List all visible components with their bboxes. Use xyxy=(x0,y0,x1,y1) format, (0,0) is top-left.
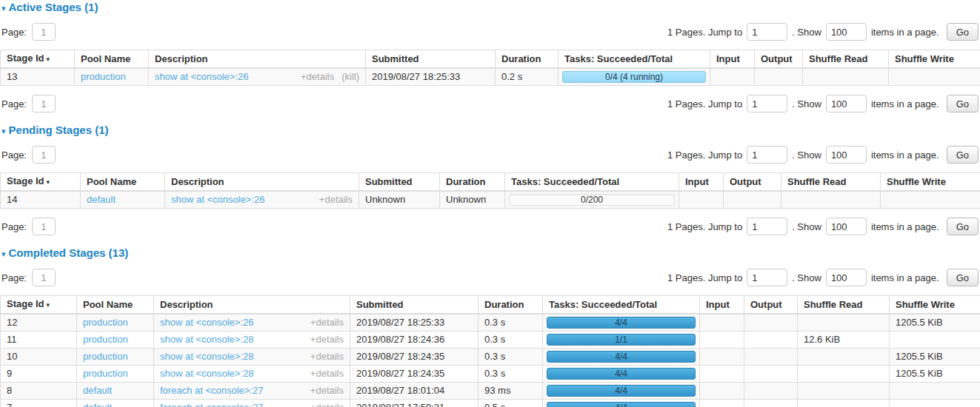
description-link[interactable]: foreach at <console>:27 xyxy=(160,386,303,396)
col-shuffle-write[interactable]: Shuffle Write xyxy=(889,50,980,69)
description-link[interactable]: show at <console>:28 xyxy=(160,369,303,379)
col-shuffle-read[interactable]: Shuffle Read xyxy=(803,50,889,69)
page-number-input[interactable] xyxy=(32,218,56,235)
col-shuffle-write[interactable]: Shuffle Write xyxy=(890,296,980,314)
col-duration[interactable]: Duration xyxy=(440,173,505,192)
col-shuffle-read[interactable]: Shuffle Read xyxy=(781,173,881,192)
tasks-progress-bar: 4/4 xyxy=(547,317,696,329)
details-toggle[interactable]: +details xyxy=(310,352,344,362)
col-input[interactable]: Input xyxy=(679,173,724,192)
jump-to-page-input[interactable] xyxy=(747,218,787,235)
pool-name-cell: production xyxy=(77,366,154,383)
description-link[interactable]: show at <console>:26 xyxy=(171,195,312,205)
description-link[interactable]: show at <console>:26 xyxy=(160,317,303,328)
col-duration[interactable]: Duration xyxy=(496,50,559,69)
details-toggle[interactable]: +details xyxy=(319,195,353,205)
show-items-input[interactable] xyxy=(826,218,867,235)
show-items-input[interactable] xyxy=(826,23,867,41)
go-button[interactable]: Go xyxy=(947,23,979,41)
section-title-completed-stages[interactable]: ▾Completed Stages (13) xyxy=(1,247,980,260)
shuffle-read-cell xyxy=(798,400,890,407)
col-tasks[interactable]: Tasks: Succeeded/Total xyxy=(559,50,710,69)
shuffle-read-cell xyxy=(798,349,890,366)
tasks-progress-label: 4/4 xyxy=(615,317,627,328)
pool-name-cell: production xyxy=(75,68,149,86)
col-submitted[interactable]: Submitted xyxy=(366,50,496,69)
jump-to-page-input[interactable] xyxy=(747,146,787,164)
section-title-active-stages[interactable]: ▾Active Stages (1) xyxy=(1,1,980,14)
page-number-input[interactable] xyxy=(32,95,56,112)
show-items-input[interactable] xyxy=(826,146,867,164)
tasks-cell: 4/4 xyxy=(543,366,700,383)
table-row: 12 production show at <console>:26 +deta… xyxy=(1,314,980,332)
details-toggle[interactable]: +details xyxy=(310,369,344,379)
go-button[interactable]: Go xyxy=(947,95,979,112)
col-description[interactable]: Description xyxy=(165,173,359,192)
col-description[interactable]: Description xyxy=(154,296,350,314)
col-output[interactable]: Output xyxy=(755,50,803,69)
jump-to-page-input[interactable] xyxy=(747,269,787,286)
jump-to-page-input[interactable] xyxy=(747,23,787,41)
col-shuffle-read[interactable]: Shuffle Read xyxy=(798,296,890,314)
description-cell: show at <console>:28 +details xyxy=(154,366,350,383)
col-pool-name[interactable]: Pool Name xyxy=(75,50,149,69)
col-output[interactable]: Output xyxy=(744,296,798,314)
jump-to-page-input[interactable] xyxy=(747,95,787,112)
pool-name-link[interactable]: production xyxy=(83,368,128,379)
shuffle-write-cell: 1205.5 KiB xyxy=(890,314,980,332)
col-tasks[interactable]: Tasks: Succeeded/Total xyxy=(543,296,700,314)
details-toggle[interactable]: +details xyxy=(310,317,344,328)
col-duration[interactable]: Duration xyxy=(479,296,543,314)
total-pages-text: 1 Pages. Jump to xyxy=(667,272,742,283)
description-link[interactable]: show at <console>:26 xyxy=(155,72,293,82)
pool-name-link[interactable]: default xyxy=(83,385,112,396)
table-header-row: Stage Id▾ Pool Name Description Submitte… xyxy=(1,50,980,69)
tasks-progress-bar: 4/4 xyxy=(547,351,696,363)
details-toggle[interactable]: +details xyxy=(310,386,344,396)
show-items-input[interactable] xyxy=(826,95,867,112)
description-link[interactable]: foreach at <console>:27 xyxy=(160,403,303,407)
page-number-input[interactable] xyxy=(32,146,56,164)
description-link[interactable]: show at <console>:28 xyxy=(160,352,303,362)
col-description[interactable]: Description xyxy=(149,50,366,69)
page-number-input[interactable] xyxy=(32,269,56,286)
go-button[interactable]: Go xyxy=(947,146,979,164)
show-items-input[interactable] xyxy=(826,269,867,286)
go-button[interactable]: Go xyxy=(947,269,979,286)
go-button[interactable]: Go xyxy=(947,218,979,235)
pool-name-link[interactable]: default xyxy=(87,194,116,205)
page-number-input[interactable] xyxy=(32,23,56,41)
submitted-cell: 2019/08/27 17:59:31 xyxy=(350,400,479,407)
col-stage-id[interactable]: Stage Id▾ xyxy=(1,50,75,69)
col-submitted[interactable]: Submitted xyxy=(350,296,479,314)
show-label: . Show xyxy=(792,98,821,110)
details-toggle[interactable]: +details xyxy=(310,403,344,407)
shuffle-read-cell xyxy=(798,366,890,383)
pool-name-link[interactable]: production xyxy=(81,71,126,82)
col-output[interactable]: Output xyxy=(724,173,781,192)
col-stage-id[interactable]: Stage Id▾ xyxy=(1,173,81,192)
col-submitted[interactable]: Submitted xyxy=(359,173,440,192)
col-shuffle-write[interactable]: Shuffle Write xyxy=(881,173,980,192)
details-toggle[interactable]: +details xyxy=(301,72,334,82)
submitted-cell: Unknown xyxy=(359,191,440,209)
col-stage-id[interactable]: Stage Id▾ xyxy=(1,296,77,314)
section-title-pending-stages[interactable]: ▾Pending Stages (1) xyxy=(1,124,980,137)
pool-name-link[interactable]: production xyxy=(83,351,128,362)
description-cell: foreach at <console>:27 +details xyxy=(154,383,350,400)
col-input[interactable]: Input xyxy=(710,50,755,69)
pool-name-link[interactable]: default xyxy=(83,402,112,407)
details-toggle[interactable]: +details xyxy=(310,334,344,345)
pagination-bar: Page: 1 Pages. Jump to . Show items in a… xyxy=(1,23,979,41)
pool-name-cell: default xyxy=(77,383,154,400)
shuffle-write-cell xyxy=(889,68,980,86)
col-pool-name[interactable]: Pool Name xyxy=(81,173,165,192)
col-tasks[interactable]: Tasks: Succeeded/Total xyxy=(505,173,679,192)
col-input[interactable]: Input xyxy=(700,296,744,314)
pool-name-link[interactable]: production xyxy=(83,334,128,345)
kill-link[interactable]: (kill) xyxy=(341,72,359,82)
col-pool-name[interactable]: Pool Name xyxy=(77,296,154,314)
description-link[interactable]: show at <console>:28 xyxy=(160,334,303,345)
stage-id-cell: 13 xyxy=(1,68,75,86)
pool-name-link[interactable]: production xyxy=(83,317,128,328)
